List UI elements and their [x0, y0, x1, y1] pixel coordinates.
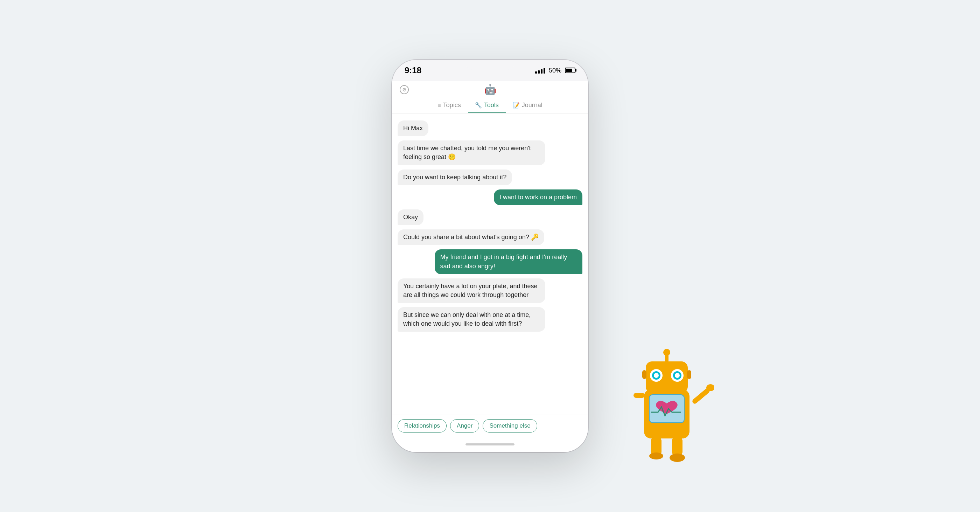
message-4-bubble: I want to work on a problem [494, 190, 582, 205]
settings-circle: ⚙ [400, 85, 409, 94]
quick-replies: Relationships Anger Something else [392, 415, 588, 437]
message-9: But since we can only deal with one at a… [398, 307, 545, 332]
tab-tools[interactable]: 🔧 Tools [468, 98, 506, 113]
message-1-bubble: Hi Max [398, 120, 428, 136]
message-1: Hi Max [398, 120, 545, 136]
svg-point-18 [649, 453, 663, 459]
svg-rect-11 [642, 370, 646, 379]
message-9-bubble: But since we can only deal with one at a… [398, 307, 545, 332]
message-6: Could you share a bit about what's going… [398, 230, 545, 245]
quick-reply-something-else[interactable]: Something else [483, 419, 537, 432]
message-7: My friend and I got in a big fight and I… [398, 249, 582, 274]
robot-character [623, 333, 714, 466]
journal-icon: 📝 [513, 102, 520, 108]
svg-point-19 [670, 453, 685, 462]
message-6-bubble: Could you share a bit about what's going… [398, 230, 544, 245]
settings-icon[interactable]: ⚙ [399, 85, 409, 95]
chat-area: Hi Max Last time we chatted, you told me… [392, 113, 588, 415]
quick-reply-relationships[interactable]: Relationships [398, 419, 447, 432]
svg-rect-12 [687, 370, 691, 379]
svg-point-5 [654, 373, 659, 378]
battery-percent: 50% [549, 67, 562, 74]
app-logo: 🤖 [484, 84, 496, 95]
home-bar [466, 443, 514, 445]
message-2-bubble: Last time we chatted, you told me you we… [398, 140, 545, 165]
signal-bar-4 [544, 68, 545, 73]
message-2: Last time we chatted, you told me you we… [398, 140, 545, 165]
message-8: You certainly have a lot on your plate, … [398, 278, 545, 303]
phone-frame: 9:18 50% ⚙ 🤖 [392, 60, 588, 452]
signal-bar-3 [541, 69, 542, 73]
scene: 9:18 50% ⚙ 🤖 [0, 0, 980, 512]
message-3: Do you want to keep talking about it? [398, 169, 545, 185]
svg-point-8 [675, 373, 680, 378]
signal-icon [535, 67, 545, 73]
message-5: Okay [398, 209, 545, 225]
nav-tabs: ≡ Topics 🔧 Tools 📝 Journal [399, 98, 581, 113]
battery-icon [565, 68, 575, 73]
app-header-top: ⚙ 🤖 [399, 84, 581, 98]
status-time: 9:18 [405, 65, 422, 75]
signal-bar-2 [538, 70, 540, 73]
home-indicator [392, 437, 588, 452]
quick-reply-anger[interactable]: Anger [450, 419, 479, 432]
tab-tools-label: Tools [484, 102, 499, 109]
tools-icon: 🔧 [475, 102, 482, 108]
message-7-bubble: My friend and I got in a big fight and I… [435, 249, 582, 274]
message-3-bubble: Do you want to keep talking about it? [398, 169, 512, 185]
svg-point-10 [663, 349, 670, 356]
svg-rect-13 [633, 393, 645, 398]
tab-topics-label: Topics [443, 102, 461, 109]
message-4: I want to work on a problem [398, 190, 582, 205]
signal-bar-1 [535, 72, 537, 73]
tab-journal-label: Journal [522, 102, 542, 109]
svg-rect-17 [672, 437, 682, 456]
battery-fill [566, 69, 572, 72]
tab-topics[interactable]: ≡ Topics [431, 98, 468, 113]
message-5-bubble: Okay [398, 209, 423, 225]
message-8-bubble: You certainly have a lot on your plate, … [398, 278, 545, 303]
status-right: 50% [535, 67, 575, 74]
app-header: ⚙ 🤖 ≡ Topics 🔧 Tools 📝 Journal [392, 81, 588, 113]
topics-icon: ≡ [438, 102, 441, 108]
robot-svg [623, 333, 714, 466]
phone-notch [466, 60, 514, 70]
tab-journal[interactable]: 📝 Journal [506, 98, 549, 113]
